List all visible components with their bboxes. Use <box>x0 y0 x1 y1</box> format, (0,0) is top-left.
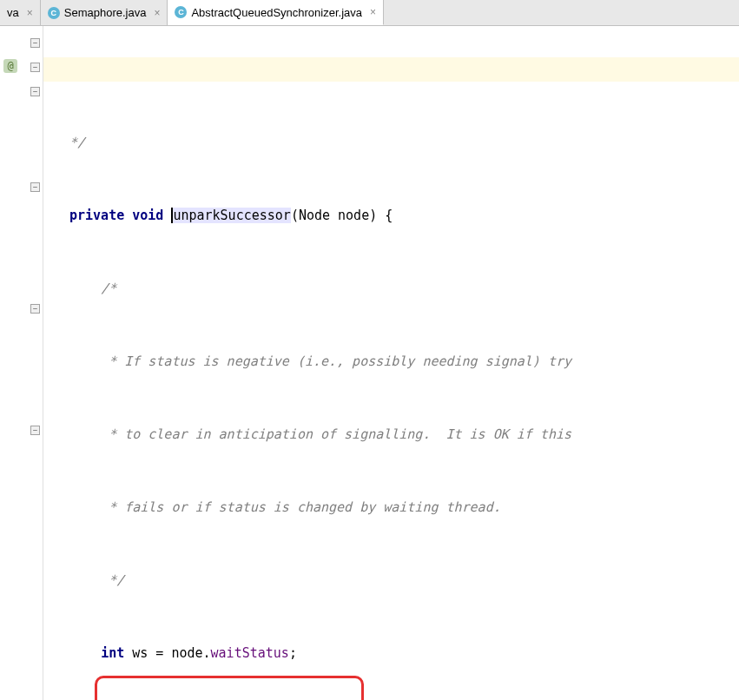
tabs-bar: va × C Semaphore.java × C AbstractQueued… <box>0 0 739 26</box>
close-icon[interactable]: × <box>150 7 160 19</box>
tab-partial[interactable]: va × <box>0 0 41 25</box>
close-icon[interactable]: × <box>366 6 376 18</box>
fold-icon[interactable]: − <box>30 304 40 314</box>
close-icon[interactable]: × <box>23 7 33 19</box>
editor-container: @ − − − − − − */ private void unparkSucc… <box>0 26 739 700</box>
code-line: * fails or if status is changed by waiti… <box>69 495 739 519</box>
fold-icon[interactable]: − <box>30 182 40 192</box>
code-line: int ws = node.waitStatus; <box>69 641 739 665</box>
implements-gutter-icon[interactable]: @ <box>3 59 17 73</box>
tab-label: AbstractQueuedSynchronizer.java <box>191 6 362 19</box>
code-line: /* <box>69 276 739 300</box>
tab-label: Semaphore.java <box>64 6 147 19</box>
code-area[interactable]: */ private void unparkSuccessor(Node nod… <box>43 26 739 700</box>
fold-icon[interactable]: − <box>30 426 40 435</box>
class-icon: C <box>175 6 187 18</box>
code-line: */ <box>69 568 739 592</box>
highlight-annotation <box>95 676 364 700</box>
code-line: */ <box>69 130 739 155</box>
fold-icon[interactable]: − <box>30 38 40 48</box>
tab-aqs[interactable]: C AbstractQueuedSynchronizer.java × <box>168 0 384 25</box>
gutter: @ − − − − − − <box>0 26 43 700</box>
current-line-highlight <box>43 57 739 82</box>
code-line: private void unparkSuccessor(Node node) … <box>69 203 739 228</box>
code-line: * to clear in anticipation of signalling… <box>69 422 739 446</box>
code-line: * If status is negative (i.e., possibly … <box>69 349 739 373</box>
tab-label: va <box>7 6 19 19</box>
fold-icon[interactable]: − <box>30 87 40 96</box>
fold-icon[interactable]: − <box>30 63 40 72</box>
tab-semaphore[interactable]: C Semaphore.java × <box>41 0 168 25</box>
class-icon: C <box>48 7 60 19</box>
